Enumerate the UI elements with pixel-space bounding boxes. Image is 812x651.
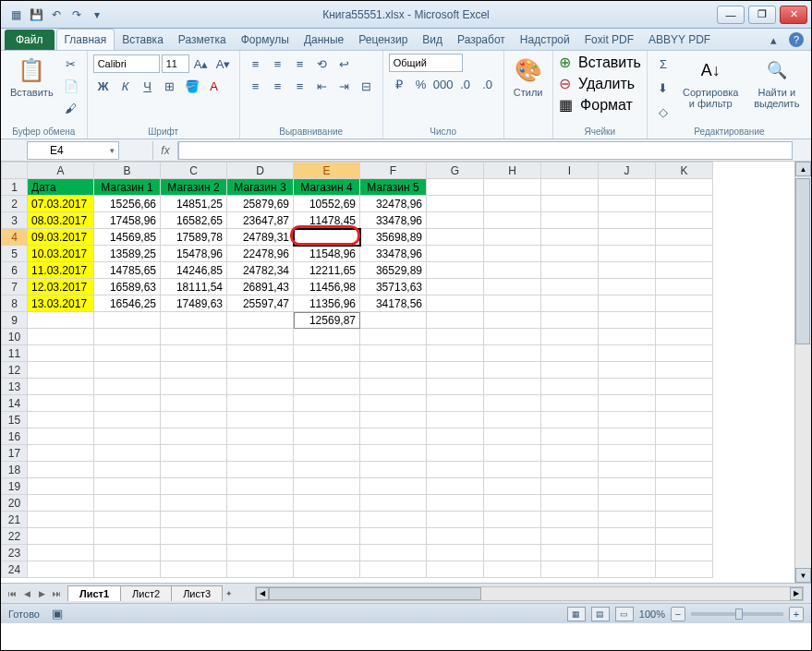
cell[interactable]: 12569,87 <box>294 312 360 329</box>
cell[interactable] <box>541 196 599 212</box>
merge-icon[interactable]: ⊟ <box>357 76 377 96</box>
cell[interactable] <box>94 561 161 578</box>
cell[interactable] <box>360 329 427 345</box>
sheet-nav-first-icon[interactable]: ⏮ <box>5 586 19 601</box>
cell[interactable] <box>599 262 656 279</box>
row-header-17[interactable]: 17 <box>2 445 28 462</box>
zoom-out-button[interactable]: − <box>671 607 685 621</box>
cell[interactable] <box>484 528 541 545</box>
cell[interactable] <box>94 495 161 512</box>
cell[interactable] <box>227 512 294 528</box>
row-header-14[interactable]: 14 <box>2 395 28 412</box>
cell[interactable] <box>427 445 484 462</box>
view-normal-icon[interactable]: ▦ <box>567 607 586 621</box>
sheet-nav-prev-icon[interactable]: ◀ <box>19 586 34 601</box>
row-header-10[interactable]: 10 <box>2 329 28 345</box>
cell[interactable] <box>656 295 713 312</box>
cell[interactable] <box>360 362 427 379</box>
cell[interactable] <box>541 478 599 495</box>
cell[interactable]: 16582,65 <box>161 212 227 229</box>
cell[interactable] <box>161 561 227 578</box>
cell[interactable] <box>541 512 599 528</box>
cell[interactable] <box>656 312 713 329</box>
cell[interactable]: 22478,96 <box>227 246 294 262</box>
cell[interactable] <box>656 345 713 362</box>
cell[interactable]: 11478,45 <box>294 212 360 229</box>
cell[interactable] <box>94 362 161 379</box>
comma-icon[interactable]: 000 <box>433 74 454 94</box>
cell[interactable] <box>161 512 227 528</box>
row-header-5[interactable]: 5 <box>2 246 28 262</box>
cell[interactable] <box>427 395 484 412</box>
redo-icon[interactable]: ↷ <box>67 6 86 24</box>
qat-dropdown-icon[interactable]: ▾ <box>88 6 106 24</box>
cell[interactable]: 14246,85 <box>161 262 227 279</box>
cell[interactable]: 25597,47 <box>227 295 294 312</box>
cell[interactable] <box>360 312 427 329</box>
cell[interactable] <box>360 445 427 462</box>
decrease-decimal-icon[interactable]: .0 <box>478 74 498 94</box>
cell[interactable] <box>294 462 360 478</box>
cell[interactable] <box>227 545 294 561</box>
cell[interactable] <box>427 345 484 362</box>
cell[interactable]: 17589,78 <box>161 229 227 246</box>
cell[interactable] <box>541 428 599 445</box>
cell[interactable] <box>599 495 656 512</box>
bold-icon[interactable]: Ж <box>93 76 114 96</box>
row-header-12[interactable]: 12 <box>2 362 28 379</box>
cell-header[interactable]: Магазин 5 <box>360 179 427 196</box>
cell[interactable] <box>28 329 94 345</box>
cell[interactable] <box>599 512 656 528</box>
cell[interactable] <box>94 478 161 495</box>
row-header-19[interactable]: 19 <box>2 478 28 495</box>
new-sheet-icon[interactable]: ✦ <box>222 586 236 601</box>
cell[interactable]: 18111,54 <box>161 279 227 295</box>
cell[interactable]: 12211,65 <box>294 262 360 279</box>
cell[interactable] <box>656 212 713 229</box>
cell[interactable] <box>94 312 161 329</box>
cell[interactable]: 24789,31 <box>227 229 294 246</box>
cell[interactable] <box>484 179 541 196</box>
cell-header[interactable]: Магазин 1 <box>94 179 161 196</box>
cell[interactable] <box>227 528 294 545</box>
cell[interactable] <box>28 428 94 445</box>
cell[interactable] <box>294 329 360 345</box>
sheet-tab-3[interactable]: Лист3 <box>171 585 223 601</box>
cell[interactable] <box>541 345 599 362</box>
cell[interactable] <box>360 412 427 428</box>
cell[interactable] <box>656 196 713 212</box>
cell[interactable] <box>656 329 713 345</box>
cell[interactable] <box>484 362 541 379</box>
cell-header[interactable]: Дата <box>28 179 94 196</box>
autosum-icon[interactable]: Σ <box>653 54 673 74</box>
save-icon[interactable]: 💾 <box>27 6 45 24</box>
cell[interactable] <box>599 279 656 295</box>
cell-date[interactable]: 07.03.2017 <box>28 196 94 212</box>
cell[interactable] <box>294 395 360 412</box>
cell[interactable] <box>599 212 656 229</box>
cell[interactable] <box>599 395 656 412</box>
cell[interactable] <box>294 229 360 246</box>
cell-date[interactable]: 12.03.2017 <box>28 279 94 295</box>
cell[interactable] <box>227 561 294 578</box>
cell[interactable] <box>294 379 360 395</box>
column-header-I[interactable]: I <box>541 163 599 179</box>
formula-input[interactable] <box>178 141 793 160</box>
cell[interactable] <box>94 545 161 561</box>
cell[interactable] <box>656 512 713 528</box>
cell[interactable] <box>427 262 484 279</box>
vscroll-thumb[interactable] <box>795 178 810 344</box>
cell-date[interactable]: 08.03.2017 <box>28 212 94 229</box>
cell[interactable] <box>541 329 599 345</box>
cell[interactable] <box>94 345 161 362</box>
cell[interactable] <box>427 329 484 345</box>
cell[interactable] <box>28 445 94 462</box>
cell[interactable] <box>227 345 294 362</box>
row-header-22[interactable]: 22 <box>2 528 28 545</box>
cell[interactable] <box>28 561 94 578</box>
cell[interactable] <box>427 279 484 295</box>
cell[interactable] <box>599 445 656 462</box>
orientation-icon[interactable]: ⟲ <box>312 54 333 74</box>
cell[interactable] <box>599 412 656 428</box>
tab-foxit[interactable]: Foxit PDF <box>577 30 641 50</box>
